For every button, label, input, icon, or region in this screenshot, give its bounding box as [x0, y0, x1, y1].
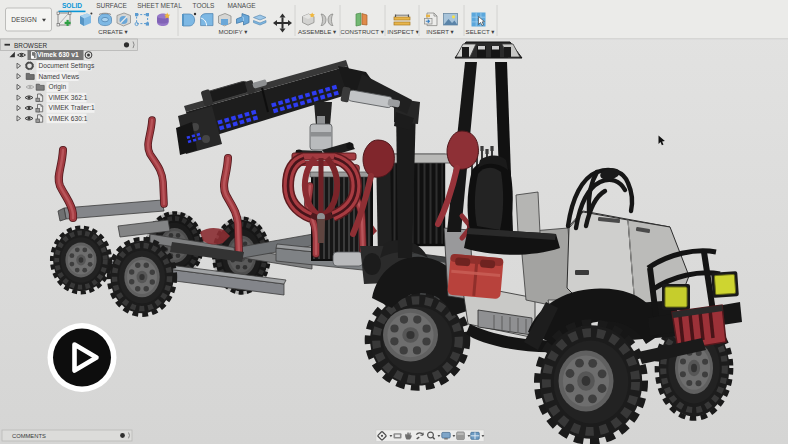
- svg-text:CONSTRUCT ▾: CONSTRUCT ▾: [340, 28, 384, 35]
- svg-text:VIMEK 630:1: VIMEK 630:1: [49, 115, 88, 122]
- svg-text:MODIFY ▾: MODIFY ▾: [219, 28, 249, 35]
- svg-text:VIMEK Trailer:1: VIMEK Trailer:1: [49, 104, 96, 111]
- svg-text:BROWSER: BROWSER: [14, 42, 47, 49]
- svg-text:ASSEMBLE ▾: ASSEMBLE ▾: [298, 28, 337, 35]
- svg-text:DESIGN: DESIGN: [11, 16, 37, 23]
- svg-text:Origin: Origin: [49, 83, 67, 91]
- svg-text:COMMENTS: COMMENTS: [12, 433, 46, 439]
- svg-text:MANAGE: MANAGE: [227, 2, 256, 9]
- svg-text:TOOLS: TOOLS: [193, 2, 216, 9]
- svg-text:INSERT ▾: INSERT ▾: [426, 28, 454, 35]
- svg-text:SHEET METAL: SHEET METAL: [137, 2, 182, 9]
- svg-text:Named Views: Named Views: [39, 73, 80, 80]
- svg-text:Vimek 630 v1: Vimek 630 v1: [37, 51, 79, 58]
- svg-text:Document Settings: Document Settings: [39, 62, 95, 70]
- svg-text:INSPECT ▾: INSPECT ▾: [387, 28, 419, 35]
- svg-text:CREATE ▾: CREATE ▾: [98, 28, 128, 35]
- svg-text:SURFACE: SURFACE: [96, 2, 127, 9]
- svg-text:VIMEK 362:1: VIMEK 362:1: [49, 94, 88, 101]
- svg-text:SOLID: SOLID: [62, 2, 82, 9]
- svg-text:SELECT ▾: SELECT ▾: [466, 28, 496, 35]
